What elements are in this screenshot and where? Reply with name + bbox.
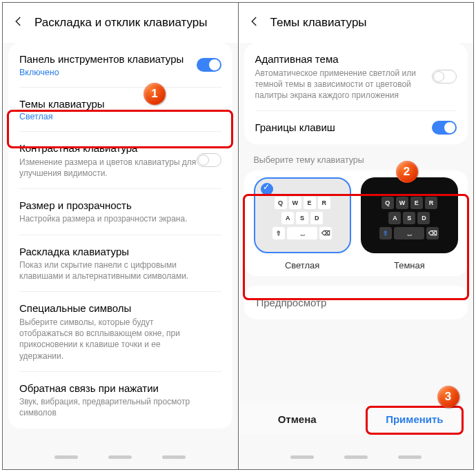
page-title: Темы клавиатуры (270, 16, 367, 30)
row-symbols[interactable]: Специальные символы Выберите символы, ко… (8, 292, 232, 371)
nav-recent-icon[interactable] (54, 455, 78, 459)
nav-bar (3, 444, 238, 469)
toolbar-toggle[interactable] (197, 58, 221, 72)
row-feedback[interactable]: Обратная связь при нажатии Звук, вибраци… (8, 372, 232, 429)
bottom-bar: Отмена Применить (239, 404, 474, 435)
nav-home-icon[interactable] (108, 455, 132, 459)
row-title: Размер и прозрачность (19, 199, 221, 213)
row-sub: Автоматическое применение светлой или те… (255, 68, 435, 101)
check-icon (261, 183, 273, 195)
row-title: Панель инструментов клавиатуры (19, 52, 221, 66)
header-right: Темы клавиатуры (239, 3, 474, 43)
theme-light-option[interactable]: QWER ASD ⇧⎵⌫ Светлая (254, 177, 351, 271)
row-value: Светлая (19, 112, 221, 121)
row-sub: Выберите символы, которые будут отобража… (19, 317, 199, 362)
row-title: Контрастная клавиатура (19, 141, 221, 155)
row-title: Границы клавиш (255, 121, 457, 135)
row-title: Обратная связь при нажатии (19, 382, 221, 395)
row-layout[interactable]: Раскладка клавиатуры Показ или скрытие п… (8, 235, 232, 292)
row-title: Адаптивная тема (255, 52, 457, 66)
contrast-toggle[interactable] (197, 153, 221, 167)
cancel-button[interactable]: Отмена (239, 404, 356, 435)
section-label: Выберите тему клавиатуры (239, 153, 474, 170)
keyboard-preview-light: QWER ASD ⇧⎵⌫ (254, 177, 351, 253)
apply-button[interactable]: Применить (356, 404, 473, 435)
screen-right: Темы клавиатуры Адаптивная тема Автомати… (238, 3, 474, 469)
theme-picker: QWER ASD ⇧⎵⌫ Светлая QWER ASD ⇧⎵⌫ Темная (244, 170, 468, 276)
callout-2: 2 (396, 161, 418, 183)
row-adaptive[interactable]: Адаптивная тема Автоматическое применени… (244, 43, 468, 110)
header-left: Раскладка и отклик клавиатуры (3, 3, 238, 43)
row-themes[interactable]: Темы клавиатуры Светлая (8, 88, 232, 132)
nav-back-icon[interactable] (398, 455, 422, 459)
row-state: Включено (19, 68, 221, 77)
row-sub: Изменение размера и цветов клавиатуры дл… (19, 157, 199, 179)
row-title: Раскладка клавиатуры (19, 245, 221, 259)
row-preview[interactable]: Предпросмотр (244, 286, 468, 319)
theme-label: Темная (361, 260, 458, 271)
theme-label: Светлая (254, 260, 351, 271)
row-contrast[interactable]: Контрастная клавиатура Изменение размера… (8, 132, 232, 188)
nav-recent-icon[interactable] (290, 455, 314, 459)
row-sub: Звук, вибрация, предварительный просмотр… (19, 396, 199, 418)
row-title: Специальные символы (19, 302, 221, 315)
back-icon[interactable] (248, 15, 261, 30)
adaptive-toggle[interactable] (432, 70, 457, 83)
theme-dark-option[interactable]: QWER ASD ⇧⎵⌫ Темная (361, 177, 458, 271)
row-toolbar[interactable]: Панель инструментов клавиатуры Включено (8, 43, 232, 87)
row-sub: Показ или скрытие панели с цифровыми кла… (19, 259, 199, 282)
callout-1: 1 (143, 83, 166, 105)
row-size[interactable]: Размер и прозрачность Настройка размера … (8, 189, 232, 235)
row-sub: Настройка размера и прозрачности экрана. (19, 213, 199, 224)
keyboard-preview-dark: QWER ASD ⇧⎵⌫ (361, 177, 458, 253)
borders-toggle[interactable] (432, 121, 457, 135)
row-title: Темы клавиатуры (19, 97, 221, 111)
back-icon[interactable] (12, 15, 25, 30)
nav-bar (239, 444, 474, 469)
nav-home-icon[interactable] (344, 455, 368, 459)
page-title: Раскладка и отклик клавиатуры (34, 16, 208, 30)
nav-back-icon[interactable] (162, 455, 186, 459)
screen-left: Раскладка и отклик клавиатуры Панель инс… (3, 3, 238, 469)
row-borders[interactable]: Границы клавиш (244, 111, 468, 144)
callout-3: 3 (437, 386, 459, 408)
